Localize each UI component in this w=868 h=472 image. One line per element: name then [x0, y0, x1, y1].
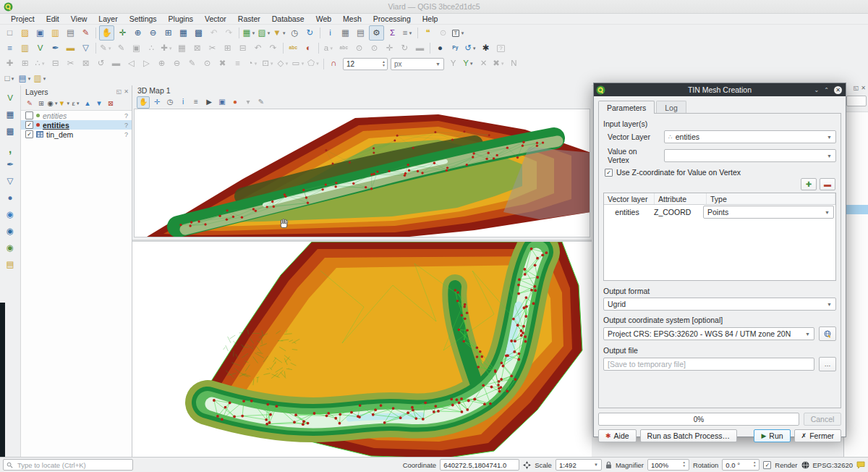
- new-3d-map-view-dropdown[interactable]: ▼: [266, 31, 271, 35]
- measure-dropdown[interactable]: ▼: [408, 31, 412, 35]
- vector-layer-combobox[interactable]: ∴ entities ▼: [664, 130, 836, 143]
- enable-snapping[interactable]: ∩: [327, 57, 341, 71]
- menu-web[interactable]: Web: [311, 14, 336, 23]
- add-mesh-layer[interactable]: ▩: [3, 125, 17, 139]
- add-group[interactable]: ⊞: [35, 98, 47, 109]
- new-map-view-dropdown[interactable]: ▼: [251, 31, 255, 35]
- new-3d-map-view[interactable]: ▧▼: [258, 26, 271, 40]
- new-geopackage-layer[interactable]: ▬: [64, 41, 77, 55]
- pan-to-selection[interactable]: ✛: [116, 26, 129, 40]
- text-annotation[interactable]: T▼: [451, 26, 465, 40]
- configure-3d[interactable]: ✎: [255, 97, 267, 108]
- animations-3d[interactable]: ◷: [164, 97, 176, 108]
- manage-map-themes[interactable]: ◉▼: [47, 98, 59, 109]
- new-spatialite-layer[interactable]: ✒: [48, 41, 62, 55]
- statistics-panel[interactable]: Σ: [386, 26, 399, 40]
- rotation-spinbox[interactable]: 0.0 °▲▼: [722, 459, 760, 471]
- new-shapefile-layer[interactable]: V: [33, 41, 47, 55]
- add-postgis-layer[interactable]: ●: [3, 191, 17, 206]
- layer-visibility-checkbox[interactable]: ✓: [25, 130, 33, 138]
- advanced-digitizing-tool-dropdown[interactable]: ▼: [270, 62, 274, 66]
- menu-plugins[interactable]: Plugins: [163, 14, 198, 23]
- selected-algorithm-row[interactable]: [844, 205, 868, 214]
- filter-legend[interactable]: ▼▼: [59, 98, 70, 109]
- scale-combobox[interactable]: 1:492▼: [556, 459, 602, 471]
- add-wms-layer[interactable]: ◉: [3, 208, 17, 222]
- advanced-digitizing-tool-dropdown[interactable]: ▼: [315, 62, 320, 66]
- panel-close-icon[interactable]: ✕: [124, 88, 129, 95]
- add-raster-layer[interactable]: ▦: [3, 108, 17, 122]
- identify-3d[interactable]: i: [177, 97, 189, 108]
- menu-edit[interactable]: Edit: [41, 14, 64, 23]
- remove-row-button[interactable]: ▬: [820, 178, 835, 190]
- enable-tracing[interactable]: Y▼: [461, 57, 475, 71]
- run-button[interactable]: ▶ Run: [754, 429, 790, 442]
- save-project-as[interactable]: ▥: [48, 26, 62, 40]
- refresh-map[interactable]: ↻: [303, 26, 317, 40]
- crs-value[interactable]: EPSG:32620: [813, 461, 853, 469]
- zoom-full[interactable]: ⊞: [161, 26, 175, 40]
- value-on-vertex-combobox[interactable]: ▼: [664, 149, 836, 162]
- layer-diagram[interactable]: ◐: [302, 41, 315, 55]
- new-project[interactable]: □: [3, 26, 17, 40]
- processing-search-field[interactable]: [846, 96, 867, 106]
- identify-features[interactable]: i: [323, 26, 337, 40]
- pan-map[interactable]: ✋: [99, 25, 114, 41]
- attribute-table[interactable]: ▦: [339, 26, 352, 40]
- data-source-manager[interactable]: ≡: [3, 41, 17, 55]
- add-virtual-layer[interactable]: ▽: [3, 174, 17, 189]
- column-header-vector-layer[interactable]: Vector layer: [604, 193, 655, 204]
- add-vector-layer[interactable]: V: [3, 91, 17, 106]
- help-button[interactable]: ✱ Aide: [598, 429, 637, 442]
- vertex-tool-dropdown[interactable]: ▼: [169, 46, 173, 51]
- add-xyz-layer[interactable]: ▤: [3, 258, 17, 272]
- zoom-in[interactable]: ⊕: [131, 26, 145, 40]
- filter-by-expression[interactable]: ε▼: [70, 98, 82, 109]
- menu-database[interactable]: Database: [267, 14, 310, 23]
- table-row[interactable]: entitiesZ_COORDPoints▼: [604, 205, 835, 219]
- panel-close-icon[interactable]: ✕: [861, 85, 866, 91]
- map-tips[interactable]: ❝: [421, 26, 435, 40]
- manage-map-themes-dropdown[interactable]: ▼: [54, 101, 59, 106]
- locator-box[interactable]: [3, 459, 133, 471]
- spatial-bookmarks-dropdown[interactable]: ▼: [282, 31, 286, 35]
- temporal-controller[interactable]: ◷: [288, 26, 302, 40]
- layer-labeling[interactable]: abc: [286, 41, 300, 55]
- type-combobox[interactable]: Points▼: [703, 206, 834, 219]
- snapping-tolerance-spinbox[interactable]: 12▲▼: [343, 58, 388, 70]
- print-layout[interactable]: ▤: [64, 26, 77, 40]
- current-edits-dropdown[interactable]: ▼: [108, 46, 112, 51]
- processing-history-dropdown[interactable]: ▼: [472, 46, 477, 51]
- label-toolbar-dropdown[interactable]: ▼: [329, 46, 333, 51]
- zoom-to-selection[interactable]: ▦: [176, 26, 190, 40]
- camera-pan[interactable]: ✋: [137, 96, 150, 109]
- add-layer-group[interactable]: ▥: [18, 41, 32, 55]
- crs-globe-icon[interactable]: [801, 461, 809, 469]
- save-project[interactable]: ▣: [33, 26, 47, 40]
- zoom-to-layer[interactable]: ▩: [192, 26, 205, 40]
- render-checkbox[interactable]: ✓: [763, 461, 771, 469]
- measure-3d[interactable]: ≡: [190, 97, 202, 108]
- menu-layer[interactable]: Layer: [93, 14, 122, 23]
- menu-project[interactable]: Project: [6, 14, 40, 23]
- output-file-input[interactable]: [603, 358, 814, 371]
- snapping-unit-combobox[interactable]: px▼: [391, 58, 444, 70]
- plugin-manager[interactable]: ✱: [479, 41, 493, 55]
- layer-row-entities[interactable]: ✓entities?: [21, 111, 132, 120]
- menu-processing[interactable]: Processing: [368, 14, 416, 23]
- text-annotation-dropdown[interactable]: ▼: [460, 31, 464, 35]
- processing-history[interactable]: ↺▼: [464, 41, 477, 55]
- add-row-button[interactable]: ✚: [801, 178, 817, 190]
- z-coordinate-checkbox[interactable]: ✓: [605, 169, 613, 177]
- layer-row-entities[interactable]: ✓entities?: [21, 120, 132, 130]
- select-features[interactable]: □▼: [3, 72, 17, 85]
- map3d-viewport[interactable]: [134, 109, 590, 237]
- python-console[interactable]: Py: [448, 41, 462, 55]
- deselect-features[interactable]: ▤▼: [18, 72, 32, 85]
- chevron-down-icon[interactable]: ⌄: [814, 87, 820, 93]
- layer-indicator-badge[interactable]: ?: [124, 122, 128, 129]
- close-icon[interactable]: ✕: [834, 86, 842, 94]
- panel-float-icon[interactable]: ◱: [854, 85, 859, 91]
- lock-icon[interactable]: [605, 461, 612, 469]
- browse-file-button[interactable]: …: [819, 357, 836, 371]
